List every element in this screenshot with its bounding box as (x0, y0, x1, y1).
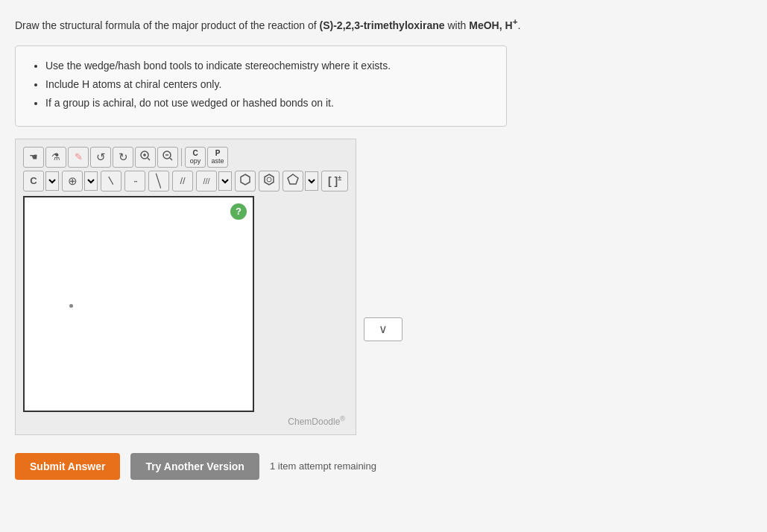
hand-tool[interactable]: ☚ (23, 147, 44, 168)
editor-wrapper: ☚ ⚗ ✎ ↺ ↻ (15, 139, 752, 435)
pentagon-tool[interactable] (283, 171, 303, 191)
plus-dropdown[interactable]: ▾ (84, 171, 98, 191)
flask-tool[interactable]: ⚗ (45, 147, 66, 168)
undo-tool[interactable]: ↺ (90, 147, 111, 168)
c-selector: C ▾ (23, 171, 59, 191)
instruction-item: If a group is achiral, do not use wedged… (45, 95, 491, 111)
drawing-canvas[interactable]: ? (23, 196, 254, 412)
triple-bond-button[interactable]: /// (196, 171, 217, 191)
paste-sublabel: aste (211, 157, 224, 165)
attempts-remaining: 1 item attempt remaining (270, 460, 376, 472)
svg-line-1 (148, 158, 150, 160)
single-bond-tool[interactable]: / (101, 171, 121, 191)
copy-label: C (192, 149, 198, 157)
multi-bond-selector: /// ▾ (196, 171, 232, 191)
paste-tool[interactable]: P aste (207, 147, 228, 168)
bottom-bar: Submit Answer Try Another Version 1 item… (15, 453, 752, 480)
hexagon-icon (239, 174, 251, 188)
help-button[interactable]: ? (230, 203, 247, 220)
wedge-bond-icon: ╱ (151, 173, 167, 189)
instruction-item: Use the wedge/hash bond tools to indicat… (45, 58, 491, 74)
redo-tool[interactable]: ↻ (113, 147, 133, 168)
hexagon-tool[interactable] (235, 171, 256, 191)
shape-dropdown[interactable]: ▾ (305, 171, 318, 191)
toolbar-divider (181, 148, 182, 166)
try-another-button[interactable]: Try Another Version (130, 453, 259, 480)
compound-name: (S)-2,2,3-trimethyloxirane (320, 19, 445, 31)
redo-icon: ↻ (119, 151, 128, 164)
chemdoodle-editor[interactable]: ☚ ⚗ ✎ ↺ ↻ (15, 139, 356, 435)
instruction-item: Include H atoms at chiral centers only. (45, 77, 491, 92)
zoom-out-icon (162, 150, 174, 164)
undo-icon: ↺ (96, 151, 106, 164)
chevron-down-icon: ∨ (379, 322, 388, 336)
toolbar-row2: C ▾ ⊕ ▾ / ··· ╱ // (23, 171, 348, 191)
zoom-in-tool[interactable] (135, 147, 156, 168)
dashed-bond-icon: ··· (133, 176, 136, 186)
plus-selector: ⊕ ▾ (62, 171, 98, 191)
zoom-out-tool[interactable] (157, 147, 178, 168)
bracket-tool[interactable]: [ ]± (321, 171, 348, 191)
double-bond-tool[interactable]: // (172, 171, 193, 191)
c-atom-dropdown[interactable]: ▾ (45, 171, 59, 191)
copy-sublabel: opy (190, 157, 201, 165)
paste-label: P (215, 149, 221, 157)
bracket-icon: [ ]± (328, 174, 341, 187)
copy-tool[interactable]: C opy (185, 147, 206, 168)
svg-marker-7 (241, 174, 250, 185)
plus-button[interactable]: ⊕ (62, 171, 83, 191)
triple-bond-icon: /// (203, 177, 209, 186)
svg-point-9 (267, 177, 271, 182)
hand-icon: ☚ (29, 151, 38, 162)
svg-line-5 (170, 158, 172, 160)
double-bond-icon: // (180, 175, 185, 186)
submit-button[interactable]: Submit Answer (15, 453, 120, 480)
zoom-in-icon (139, 150, 151, 164)
svg-marker-8 (265, 174, 274, 185)
eraser-icon: ✎ (75, 151, 83, 162)
chemdoodle-branding: ChemDoodle® (23, 415, 348, 427)
eraser-tool[interactable]: ✎ (68, 147, 89, 168)
flask-icon: ⚗ (51, 151, 60, 162)
pentagon-icon (287, 174, 299, 188)
help-icon: ? (236, 206, 242, 217)
toolbar-row1: ☚ ⚗ ✎ ↺ ↻ (23, 147, 348, 168)
shape-selector: ▾ (283, 171, 318, 191)
single-bond-icon: / (105, 175, 117, 187)
benzene-tool[interactable] (259, 171, 280, 191)
reagents: MeOH, H+ (469, 19, 517, 31)
wedge-bond-tool[interactable]: ╱ (148, 171, 169, 191)
c-atom-button[interactable]: C (23, 171, 44, 191)
answer-dropdown[interactable]: ∨ (364, 317, 403, 341)
dot-indicator (69, 304, 73, 308)
bond-dropdown[interactable]: ▾ (218, 171, 232, 191)
instructions-box: Use the wedge/hash bond tools to indicat… (15, 45, 507, 127)
benzene-icon (263, 174, 275, 188)
svg-marker-10 (288, 174, 298, 184)
dashed-bond-tool[interactable]: ··· (124, 171, 145, 191)
question-text: Draw the structural formula of the major… (15, 15, 752, 34)
